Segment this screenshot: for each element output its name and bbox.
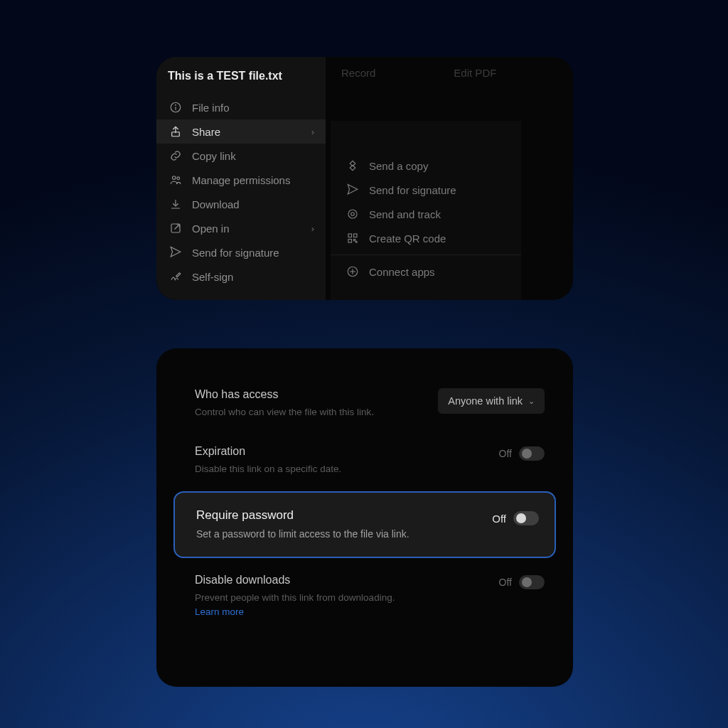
toggle-state-label: Off	[499, 577, 512, 588]
plus-icon	[346, 265, 359, 278]
setting-title: Expiration	[195, 445, 341, 458]
selfsign-icon	[169, 270, 182, 283]
setting-desc: Set a password to limit access to the fi…	[196, 527, 410, 541]
menu-item-label: Open in	[192, 223, 230, 235]
permissions-icon	[169, 173, 182, 186]
menu-item-copy-link[interactable]: Copy link	[156, 144, 326, 168]
submenu-item-label: Send for signature	[369, 184, 456, 196]
toggle-state-label: Off	[499, 448, 512, 459]
access-dropdown[interactable]: Anyone with link ⌄	[438, 388, 545, 414]
chevron-right-icon: ›	[311, 127, 314, 137]
submenu-item-label: Create QR code	[369, 232, 446, 245]
share-submenu: Send a copy Send for signature Send and …	[331, 121, 521, 300]
setting-desc: Prevent people with this link from downl…	[195, 591, 408, 619]
menu-item-label: Manage permissions	[192, 174, 290, 186]
menu-item-self-sign[interactable]: Self-sign	[156, 264, 326, 289]
menu-item-label: Download	[192, 198, 240, 210]
svg-point-8	[348, 210, 357, 218]
signature-icon	[169, 246, 182, 259]
submenu-item-connect-apps[interactable]: Connect apps	[331, 259, 521, 284]
submenu-item-label: Send and track	[369, 208, 441, 220]
setting-require-password: Require password Set a password to limit…	[173, 491, 556, 558]
qr-icon	[346, 232, 359, 245]
learn-more-link[interactable]: Learn more	[195, 606, 244, 617]
menu-item-manage-permissions[interactable]: Manage permissions	[156, 168, 326, 192]
submenu-item-label: Connect apps	[369, 266, 435, 278]
setting-title: Disable downloads	[195, 574, 408, 587]
signature-icon	[346, 183, 359, 196]
svg-rect-12	[348, 240, 352, 243]
svg-point-2	[176, 105, 176, 105]
submenu-item-send-and-track[interactable]: Send and track	[331, 202, 521, 226]
expiration-toggle[interactable]	[519, 446, 545, 461]
svg-point-9	[351, 213, 355, 216]
submenu-item-send-a-copy[interactable]: Send a copy	[331, 154, 521, 178]
svg-rect-13	[354, 240, 355, 241]
menu-item-open-in[interactable]: Open in ›	[156, 216, 326, 240]
menu-item-label: Self-sign	[192, 271, 233, 283]
setting-desc: Control who can view the file with this …	[195, 405, 374, 419]
submenu-item-create-qr-code[interactable]: Create QR code	[331, 226, 521, 250]
track-icon	[346, 208, 359, 220]
setting-who-has-access: Who has access Control who can view the …	[156, 375, 573, 432]
menu-item-label: Copy link	[192, 150, 236, 162]
chevron-right-icon: ›	[311, 223, 314, 234]
downloads-toggle[interactable]	[519, 575, 545, 589]
menu-item-share[interactable]: Share ›	[156, 119, 326, 144]
menu-item-label: Send for signature	[192, 247, 279, 259]
file-context-menu: This is a TEST file.txt File info Share …	[156, 57, 326, 300]
download-icon	[169, 198, 182, 210]
toolbar-record[interactable]: Record	[341, 67, 375, 85]
dropdown-value: Anyone with link	[448, 395, 523, 407]
context-menu-panel: Record Edit PDF This is a TEST file.txt …	[156, 57, 573, 300]
chevron-down-icon: ⌄	[528, 397, 535, 406]
toggle-state-label: Off	[492, 513, 506, 525]
menu-item-label: Share	[192, 126, 220, 138]
submenu-item-label: Send a copy	[369, 160, 428, 172]
link-settings-panel: Who has access Control who can view the …	[156, 348, 573, 687]
svg-rect-14	[356, 242, 358, 243]
menu-item-file-info[interactable]: File info	[156, 95, 326, 119]
setting-expiration: Expiration Disable this link on a specif…	[156, 432, 573, 489]
setting-disable-downloads: Disable downloads Prevent people with th…	[156, 561, 573, 631]
submenu-item-send-for-signature[interactable]: Send for signature	[331, 178, 521, 202]
svg-rect-11	[354, 234, 358, 237]
share-icon	[169, 125, 182, 138]
sendcopy-icon	[346, 159, 359, 172]
setting-title: Require password	[196, 508, 410, 523]
setting-title: Who has access	[195, 388, 374, 401]
openin-icon	[169, 222, 182, 235]
divider	[331, 255, 521, 255]
svg-rect-10	[348, 234, 352, 237]
setting-desc: Disable this link on a specific date.	[195, 462, 341, 476]
menu-item-download[interactable]: Download	[156, 192, 326, 216]
svg-point-5	[177, 177, 180, 180]
menu-item-label: File info	[192, 102, 230, 114]
toolbar-edit-pdf[interactable]: Edit PDF	[454, 67, 496, 85]
link-icon	[169, 149, 182, 162]
svg-point-4	[173, 176, 176, 180]
file-title: This is a TEST file.txt	[156, 57, 326, 95]
info-icon	[169, 101, 182, 114]
password-toggle[interactable]	[513, 511, 539, 525]
setting-desc-text: Prevent people with this link from downl…	[195, 592, 395, 603]
menu-item-send-for-signature[interactable]: Send for signature	[156, 240, 326, 264]
